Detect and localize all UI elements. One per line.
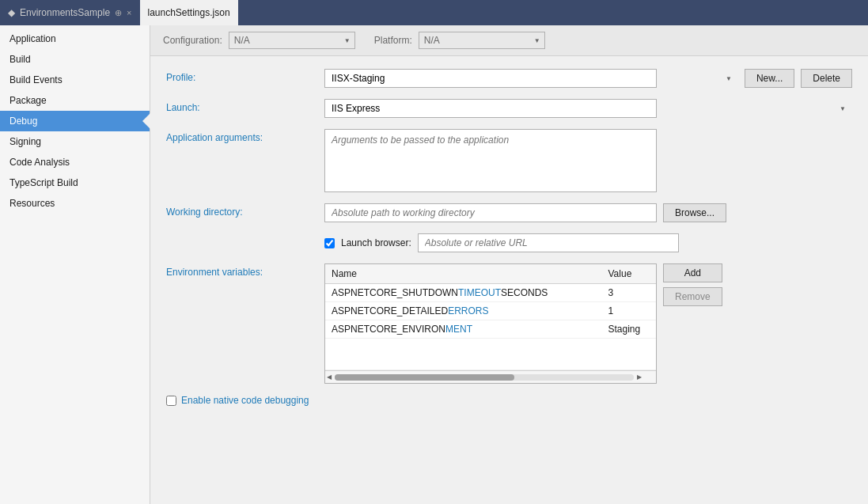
env-table-wrapper: Name Value ASPNETCORE_SHUTDOWNTIMEOUTSEC…	[324, 263, 657, 384]
env-key: ASPNETCORE_DETAILEDERRORS	[325, 302, 602, 320]
env-vars-label: Environment variables:	[166, 263, 324, 278]
env-value: Staging	[602, 320, 657, 339]
env-key: ASPNETCORE_SHUTDOWNTIMEOUTSECONDS	[325, 284, 602, 302]
main-layout: Application Build Build Events Package D…	[0, 25, 868, 504]
launch-browser-spacer	[166, 241, 324, 244]
sidebar-item-resources[interactable]: Resources	[0, 193, 150, 214]
close-icon[interactable]: ×	[127, 8, 131, 17]
tab-label: EnvironmentsSample	[20, 7, 110, 18]
table-row-empty	[325, 339, 656, 370]
launch-select[interactable]: IIS Express Project Executable	[324, 99, 657, 118]
launch-row: Launch: IIS Express Project Executable	[166, 99, 852, 118]
new-button[interactable]: New...	[745, 69, 794, 88]
sidebar: Application Build Build Events Package D…	[0, 25, 150, 504]
scroll-left-btn[interactable]: ◀	[325, 373, 333, 381]
config-select-wrapper: N/A	[229, 32, 355, 49]
sidebar-item-build[interactable]: Build	[0, 49, 150, 70]
env-vars-row: Environment variables: Name Value	[166, 263, 852, 384]
native-debug-row: Enable native code debugging	[166, 395, 852, 406]
app-args-row: Application arguments:	[166, 129, 852, 192]
env-value: 3	[602, 284, 657, 302]
launch-label: Launch:	[166, 99, 324, 113]
launch-browser-row: Launch browser:	[166, 233, 852, 252]
app-args-label: Application arguments:	[166, 129, 324, 143]
scrollbar-thumb[interactable]	[335, 374, 514, 381]
working-dir-label: Working directory:	[166, 203, 324, 218]
config-select[interactable]: N/A	[229, 32, 355, 49]
profile-select[interactable]: IISX-Staging IIS Express EnvironmentsSam…	[324, 69, 657, 88]
env-key: ASPNETCORE_ENVIRONMENT	[325, 320, 602, 339]
config-label: Configuration:	[163, 35, 222, 46]
launch-select-wrapper: IIS Express Project Executable	[324, 99, 852, 118]
native-debug-label: Enable native code debugging	[181, 395, 309, 406]
env-vars-control: Name Value ASPNETCORE_SHUTDOWNTIMEOUTSEC…	[324, 263, 852, 384]
table-row[interactable]: ASPNETCORE_ENVIRONMENT Staging	[325, 320, 656, 339]
table-row[interactable]: ASPNETCORE_DETAILEDERRORS 1	[325, 302, 656, 320]
working-dir-control: Browse...	[324, 203, 852, 222]
env-buttons: Add Remove	[663, 263, 722, 306]
env-table: Name Value ASPNETCORE_SHUTDOWNTIMEOUTSEC…	[325, 264, 656, 370]
launch-browser-checkbox[interactable]	[324, 238, 335, 248]
sidebar-item-typescript-build[interactable]: TypeScript Build	[0, 172, 150, 193]
env-col-name: Name	[325, 264, 602, 284]
scroll-right-btn[interactable]: ▶	[635, 373, 643, 381]
active-arrow	[142, 113, 150, 129]
env-col-value: Value	[602, 264, 657, 284]
app-args-textarea[interactable]	[324, 129, 657, 192]
scrollbar-track[interactable]	[335, 374, 634, 381]
horizontal-scrollbar[interactable]: ◀ ▶	[325, 370, 656, 383]
profile-label: Profile:	[166, 69, 324, 83]
delete-button[interactable]: Delete	[801, 69, 852, 88]
env-value: 1	[602, 302, 657, 320]
platform-label: Platform:	[374, 35, 412, 46]
top-bar: Configuration: N/A Platform: N/A	[150, 25, 868, 56]
tab-label-active: launchSettings.json	[148, 7, 230, 18]
tab-environments-sample[interactable]: ◆ EnvironmentsSample ⊕ ×	[0, 0, 140, 25]
launch-control: IIS Express Project Executable	[324, 99, 852, 118]
browse-button[interactable]: Browse...	[663, 203, 726, 222]
tab-launch-settings[interactable]: launchSettings.json	[140, 0, 238, 25]
profile-row: Profile: IISX-Staging IIS Express Enviro…	[166, 69, 852, 88]
table-row[interactable]: ASPNETCORE_SHUTDOWNTIMEOUTSECONDS 3	[325, 284, 656, 302]
sidebar-item-application[interactable]: Application	[0, 28, 150, 49]
tab-icon: ◆	[8, 7, 15, 18]
launch-browser-label: Launch browser:	[341, 237, 411, 248]
working-dir-row: Working directory: Browse...	[166, 203, 852, 222]
sidebar-item-build-events[interactable]: Build Events	[0, 70, 150, 90]
sidebar-item-debug[interactable]: Debug	[0, 111, 150, 131]
app-args-control	[324, 129, 852, 192]
profile-select-wrapper: IISX-Staging IIS Express EnvironmentsSam…	[324, 69, 738, 88]
platform-select[interactable]: N/A	[419, 32, 545, 49]
platform-select-wrapper: N/A	[419, 32, 545, 49]
sidebar-item-package[interactable]: Package	[0, 90, 150, 111]
native-debug-checkbox[interactable]	[166, 396, 176, 406]
add-button[interactable]: Add	[663, 263, 722, 282]
launch-browser-url[interactable]	[418, 233, 679, 252]
title-bar: ◆ EnvironmentsSample ⊕ × launchSettings.…	[0, 0, 868, 25]
profile-control: IISX-Staging IIS Express EnvironmentsSam…	[324, 69, 852, 88]
pin-icon[interactable]: ⊕	[115, 8, 122, 18]
form-content: Profile: IISX-Staging IIS Express Enviro…	[150, 56, 868, 419]
sidebar-item-signing[interactable]: Signing	[0, 131, 150, 152]
sidebar-item-code-analysis[interactable]: Code Analysis	[0, 152, 150, 172]
working-dir-input[interactable]	[324, 203, 657, 222]
launch-browser-control: Launch browser:	[324, 233, 852, 252]
remove-button[interactable]: Remove	[663, 287, 722, 306]
content-area: Configuration: N/A Platform: N/A Profile…	[150, 25, 868, 504]
